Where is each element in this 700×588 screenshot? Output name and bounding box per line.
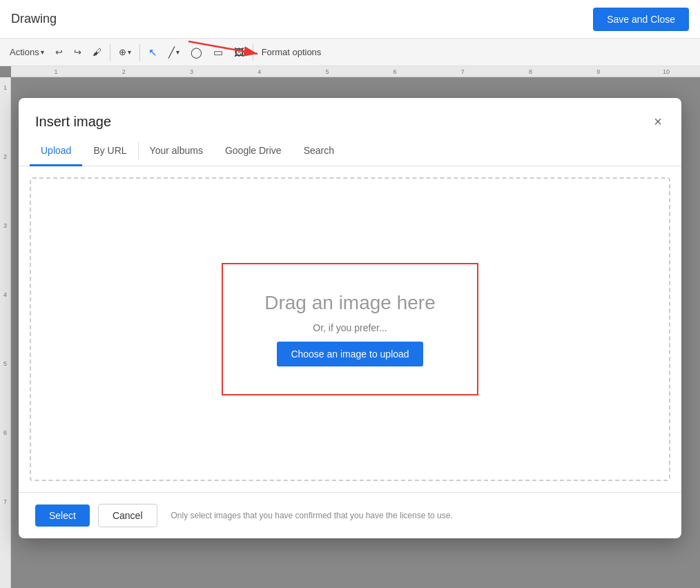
app-title: Drawing <box>11 12 57 26</box>
tab-drive[interactable]: Google Drive <box>214 137 293 166</box>
paint-format-button[interactable]: 🖌 <box>88 44 106 60</box>
actions-chevron: ▾ <box>41 48 44 56</box>
ruler-mark: 9 <box>565 68 632 75</box>
image-tool-button[interactable]: 🖼 <box>230 43 249 61</box>
ruler-mark: 10 <box>632 68 700 75</box>
textbox-icon: ▭ <box>213 46 223 59</box>
redo-button[interactable]: ↪ <box>70 44 86 60</box>
modal-tabs: Upload By URL Your albums Google Drive S… <box>19 137 681 166</box>
ruler-mark: 4 <box>226 68 293 75</box>
tab-upload[interactable]: Upload <box>30 137 82 166</box>
zoom-icon: ⊕ <box>119 47 126 57</box>
ruler-mark: 1 <box>22 68 90 75</box>
modal-footer: Select Cancel Only select images that yo… <box>19 492 681 538</box>
image-icon: 🖼 <box>234 46 244 58</box>
format-options-button[interactable]: Format options <box>257 44 326 60</box>
license-notice: Only select images that you have confirm… <box>171 511 453 520</box>
format-options-area: Format options <box>257 44 326 60</box>
paint-icon: 🖌 <box>93 47 101 57</box>
redo-icon: ↪ <box>74 47 81 57</box>
cancel-button[interactable]: Cancel <box>98 504 157 527</box>
drag-text: Drag an image here <box>264 292 435 314</box>
ruler-mark: 5 <box>293 68 361 75</box>
drop-zone[interactable]: Drag an image here Or, if you prefer... … <box>222 263 478 395</box>
modal-header: Insert image × <box>19 98 681 131</box>
undo-button[interactable]: ↩ <box>51 44 67 60</box>
ruler-mark: 3 <box>157 68 225 75</box>
ruler-mark: 7 <box>429 68 496 75</box>
textbox-tool-button[interactable]: ▭ <box>209 43 227 61</box>
shape-tool-button[interactable]: ◯ <box>186 43 206 61</box>
separator-1 <box>110 44 110 61</box>
zoom-chevron: ▾ <box>128 48 131 56</box>
ruler-mark: 2 <box>90 68 157 75</box>
select-button[interactable]: Select <box>35 504 90 527</box>
line-tool-button[interactable]: ╱ ▾ <box>164 43 184 61</box>
modal-title: Insert image <box>35 114 111 130</box>
modal-overlay: Insert image × Upload By URL Your albums… <box>0 77 700 588</box>
tab-search[interactable]: Search <box>293 137 345 166</box>
ruler-mark: 6 <box>361 68 429 75</box>
insert-image-modal: Insert image × Upload By URL Your albums… <box>19 98 681 538</box>
horizontal-ruler: 1 2 3 4 5 6 7 8 9 10 <box>11 66 700 77</box>
ruler-mark: 8 <box>496 68 564 75</box>
save-close-button[interactable]: Save and Close <box>593 8 689 31</box>
upload-drop-area[interactable]: Drag an image here Or, if you prefer... … <box>30 177 670 481</box>
separator-2 <box>139 44 140 61</box>
ruler-marks: 1 2 3 4 5 6 7 8 9 10 <box>11 68 700 75</box>
format-options-label: Format options <box>262 47 322 57</box>
actions-label: Actions <box>10 47 39 57</box>
modal-close-button[interactable]: × <box>651 112 665 131</box>
tab-albums[interactable]: Your albums <box>139 137 214 166</box>
line-icon: ╱ <box>168 46 175 59</box>
separator-3 <box>253 44 253 61</box>
line-chevron: ▾ <box>176 48 179 56</box>
shape-icon: ◯ <box>191 46 202 59</box>
tab-byurl[interactable]: By URL <box>82 137 137 166</box>
modal-body: Drag an image here Or, if you prefer... … <box>19 166 681 492</box>
toolbar: Actions ▾ ↩ ↪ 🖌 ⊕ ▾ ↖ ╱ ▾ ◯ ▭ 🖼 Format o… <box>0 39 700 66</box>
cursor-icon: ↖ <box>148 46 157 59</box>
select-tool-button[interactable]: ↖ <box>144 43 162 61</box>
or-prefer-text: Or, if you prefer... <box>313 322 387 333</box>
top-bar: Drawing Save and Close <box>0 0 700 39</box>
undo-icon: ↩ <box>55 47 63 57</box>
actions-button[interactable]: Actions ▾ <box>6 44 48 60</box>
choose-image-button[interactable]: Choose an image to upload <box>277 342 422 366</box>
zoom-button[interactable]: ⊕ ▾ <box>115 44 135 60</box>
